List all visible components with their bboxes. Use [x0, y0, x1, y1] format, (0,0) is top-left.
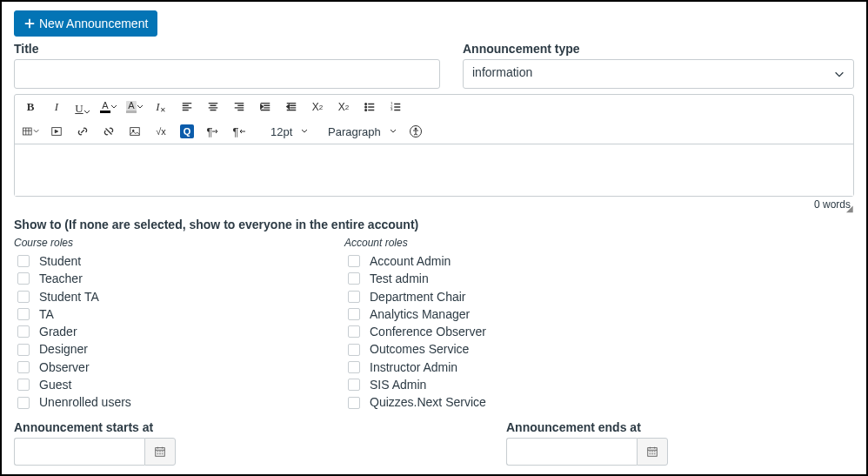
q-icon[interactable]: Q — [178, 123, 196, 140]
starts-at-calendar-button[interactable] — [144, 438, 176, 466]
type-select[interactable]: information — [463, 59, 854, 89]
block-format-dropdown[interactable]: Paragraph — [326, 125, 398, 138]
account-role-checkbox[interactable] — [348, 308, 360, 320]
account-role-checkbox[interactable] — [348, 325, 360, 338]
resize-handle-icon[interactable]: ◢ — [846, 205, 853, 212]
accessibility-icon[interactable] — [407, 123, 424, 140]
course-role-label: TA — [39, 305, 54, 323]
course-role-checkbox[interactable] — [17, 344, 30, 356]
underline-icon[interactable]: U — [74, 98, 91, 116]
ends-at-input[interactable] — [506, 438, 637, 466]
number-list-icon[interactable]: 123 — [387, 98, 404, 116]
account-role-row: Account Admin — [344, 252, 640, 270]
title-input[interactable] — [14, 59, 440, 89]
indent-icon[interactable] — [257, 98, 274, 116]
account-role-checkbox[interactable] — [348, 344, 360, 356]
image-icon[interactable] — [126, 123, 144, 140]
account-role-row: Test admin — [344, 270, 640, 287]
account-role-checkbox[interactable] — [348, 291, 360, 303]
account-role-checkbox[interactable] — [348, 272, 360, 285]
account-role-row: Instructor Admin — [344, 359, 640, 376]
plus-icon — [23, 17, 36, 30]
account-role-label: Instructor Admin — [370, 359, 457, 376]
word-count: 0 words — [14, 197, 854, 212]
account-role-label: Department Chair — [370, 288, 466, 305]
course-role-label: Student TA — [39, 288, 99, 305]
editor-toolbar-row-2: √x Q ¶ ¶ 12pt Paragraph — [15, 119, 853, 144]
type-selected-value: information — [472, 65, 532, 79]
ltr-icon[interactable]: ¶ — [204, 123, 222, 140]
course-roles-column: Course roles StudentTeacherStudent TATAG… — [14, 237, 310, 412]
svg-point-0 — [365, 104, 367, 105]
course-role-checkbox[interactable] — [17, 379, 30, 391]
starts-at-input[interactable] — [14, 438, 144, 466]
editor-content-area[interactable] — [15, 144, 853, 196]
course-role-row: Grader — [14, 323, 310, 340]
font-color-icon[interactable]: A — [100, 98, 117, 116]
course-role-checkbox[interactable] — [17, 325, 30, 338]
account-role-checkbox[interactable] — [348, 397, 360, 409]
calendar-icon — [154, 446, 166, 458]
italic-icon[interactable]: I — [48, 98, 65, 116]
course-role-checkbox[interactable] — [17, 291, 30, 303]
clear-format-icon[interactable]: I✕ — [152, 98, 170, 116]
bg-color-icon[interactable]: A — [126, 98, 144, 116]
superscript-icon[interactable]: X2 — [309, 98, 326, 116]
account-role-checkbox[interactable] — [348, 379, 360, 391]
ends-at-calendar-button[interactable] — [637, 438, 668, 466]
course-role-label: Student — [39, 252, 81, 270]
account-roles-column: Account roles Account AdminTest adminDep… — [344, 237, 640, 412]
course-role-checkbox[interactable] — [17, 308, 30, 320]
account-role-label: SIS Admin — [370, 376, 426, 393]
course-role-checkbox[interactable] — [17, 397, 30, 409]
bullet-list-icon[interactable] — [361, 98, 378, 116]
course-role-row: Observer — [14, 359, 310, 376]
course-role-row: Teacher — [14, 270, 310, 287]
svg-point-1 — [365, 106, 367, 108]
align-center-icon[interactable] — [204, 98, 222, 116]
course-role-row: Unenrolled users — [14, 393, 310, 411]
account-role-label: Quizzes.Next Service — [370, 393, 486, 411]
account-role-row: Quizzes.Next Service — [344, 393, 640, 411]
account-role-checkbox[interactable] — [348, 361, 360, 373]
bold-icon[interactable]: B — [22, 98, 39, 116]
new-announcement-button[interactable]: New Announcement — [14, 10, 157, 37]
subscript-icon[interactable]: X2 — [335, 98, 352, 116]
rich-text-editor: B I U A A I✕ X2 X2 123 √x Q ¶ ¶ — [14, 94, 854, 197]
font-size-dropdown[interactable]: 12pt — [269, 125, 317, 138]
course-role-label: Unenrolled users — [39, 393, 131, 411]
outdent-icon[interactable] — [283, 98, 300, 116]
embed-icon[interactable] — [48, 123, 65, 140]
starts-at-label: Announcement starts at — [14, 420, 176, 434]
account-role-label: Conference Observer — [370, 323, 486, 340]
course-roles-label: Course roles — [14, 237, 310, 249]
account-role-checkbox[interactable] — [348, 255, 360, 267]
account-role-row: Analytics Manager — [344, 305, 640, 323]
unlink-icon[interactable] — [100, 123, 117, 140]
account-role-label: Outcomes Service — [370, 340, 469, 358]
svg-text:3: 3 — [391, 107, 393, 111]
svg-rect-8 — [130, 128, 140, 136]
table-icon[interactable] — [22, 123, 39, 140]
course-role-checkbox[interactable] — [17, 361, 30, 373]
course-role-checkbox[interactable] — [17, 255, 30, 267]
editor-toolbar-row-1: B I U A A I✕ X2 X2 123 — [15, 95, 853, 119]
course-role-checkbox[interactable] — [17, 272, 30, 285]
link-icon[interactable] — [74, 123, 91, 140]
account-role-label: Account Admin — [370, 252, 451, 270]
account-role-row: SIS Admin — [344, 376, 640, 393]
align-left-icon[interactable] — [178, 98, 196, 116]
rtl-icon[interactable]: ¶ — [230, 123, 248, 140]
account-role-row: Conference Observer — [344, 323, 640, 340]
account-role-row: Department Chair — [344, 288, 640, 305]
svg-point-2 — [365, 110, 367, 111]
equation-icon[interactable]: √x — [152, 123, 170, 140]
block-format-value: Paragraph — [328, 125, 381, 138]
new-announcement-label: New Announcement — [39, 17, 148, 30]
font-size-value: 12pt — [270, 125, 292, 138]
show-to-heading: Show to (If none are selected, show to e… — [14, 218, 854, 231]
course-role-row: TA — [14, 305, 310, 323]
align-right-icon[interactable] — [230, 98, 248, 116]
course-role-row: Student — [14, 252, 310, 270]
account-role-label: Test admin — [370, 270, 429, 287]
